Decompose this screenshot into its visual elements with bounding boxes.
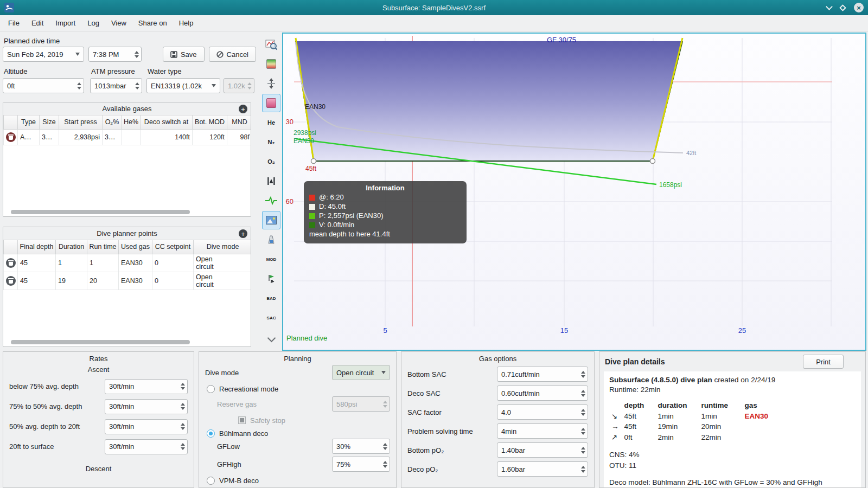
horizontal-scrollbar[interactable] [11, 340, 190, 344]
partial-pressure-he-button[interactable]: He [262, 113, 280, 132]
cancel-button[interactable]: Cancel [209, 47, 256, 62]
spinner-arrows[interactable] [578, 462, 588, 476]
ndl-tts-button[interactable] [262, 269, 280, 288]
atm-pressure-spinner[interactable]: 1013mbar [90, 78, 142, 93]
ascent-rate-spinner-4[interactable]: 30ft/min [105, 439, 188, 454]
bottom-sac-spinner[interactable]: 0.71cuft/min [497, 367, 588, 382]
point-duration-cell[interactable]: 1 [56, 254, 87, 272]
column-header-size[interactable]: Size [40, 115, 59, 129]
menu-edit[interactable]: Edit [25, 16, 49, 30]
column-header-deco-switch[interactable]: Deco switch at [141, 115, 193, 129]
heart-rate-button[interactable] [262, 191, 280, 210]
column-header-final-depth[interactable]: Final depth [18, 240, 56, 254]
point-duration-cell[interactable]: 19 [56, 272, 87, 290]
zoom-profile-button[interactable] [262, 35, 280, 54]
gflow-spinner[interactable]: 30% [332, 439, 390, 454]
tank-bar-button[interactable] [262, 172, 280, 190]
sac-button[interactable]: SAC [262, 309, 280, 327]
delete-gas-button[interactable] [6, 132, 16, 142]
column-header-bot-mod[interactable]: Bot. MOD [193, 115, 227, 129]
ascent-rate-spinner-3[interactable]: 30ft/min [105, 419, 188, 434]
mod-button[interactable]: MOD [262, 250, 280, 268]
partial-pressure-o2-button[interactable]: O₂ [262, 152, 280, 171]
point-setpoint-cell[interactable]: 0 [152, 272, 194, 290]
column-header-mnd[interactable]: MND [227, 115, 252, 129]
vpmb-deco-radio[interactable] [207, 477, 215, 485]
menu-import[interactable]: Import [49, 16, 81, 30]
add-gas-button[interactable]: + [239, 105, 247, 113]
column-header-duration[interactable]: Duration [56, 240, 87, 254]
spinner-arrows[interactable] [178, 380, 187, 394]
gas-start-press-cell[interactable]: 2,938psi [59, 129, 103, 145]
ascent-rate-spinner-2[interactable]: 30ft/min [105, 399, 188, 414]
column-header-o2[interactable]: O₂% [103, 115, 122, 129]
point-gas-cell[interactable]: EAN30 [119, 272, 152, 290]
ascent-rate-spinner-1[interactable]: 30ft/min [105, 379, 188, 394]
column-header-he[interactable]: He% [122, 115, 141, 129]
problem-solving-time-spinner[interactable]: 4min [497, 423, 588, 439]
menu-share-on[interactable]: Share on [132, 16, 173, 30]
gas-o2-cell[interactable]: 3… [103, 129, 122, 145]
calculated-ceiling-button[interactable] [262, 74, 280, 93]
dc-ceiling-button[interactable] [262, 55, 280, 73]
column-header-used-gas[interactable]: Used gas [119, 240, 152, 254]
gfhigh-spinner[interactable]: 75% [332, 457, 390, 472]
point-depth-cell[interactable]: 45 [18, 272, 56, 290]
dive-mode-select[interactable]: Open circuit [332, 365, 390, 380]
spinner-arrows[interactable] [178, 440, 187, 454]
column-header-type[interactable]: Type [18, 115, 40, 129]
point-gas-cell[interactable]: EAN30 [119, 254, 152, 272]
photos-button[interactable] [262, 211, 280, 229]
menu-help[interactable]: Help [173, 16, 200, 30]
point-dive-mode-cell[interactable]: Open circuit [194, 272, 252, 290]
water-type-select[interactable]: EN13319 (1.02k [146, 78, 220, 93]
column-header-run-time[interactable]: Run time [87, 240, 119, 254]
gas-deco-switch-cell[interactable]: 140ft [141, 129, 193, 145]
buhlmann-deco-radio[interactable] [207, 429, 215, 438]
spinner-arrows[interactable] [178, 400, 187, 414]
point-runtime-cell[interactable]: 20 [87, 272, 119, 290]
altitude-spinner[interactable]: 0ft [3, 78, 84, 93]
spinner-arrows[interactable] [578, 443, 588, 457]
point-runtime-cell[interactable]: 1 [87, 254, 119, 272]
waypoint-handle[interactable] [650, 159, 655, 164]
partial-pressure-n2-button[interactable]: N₂ [262, 133, 280, 151]
add-planner-point-button[interactable]: + [239, 229, 247, 238]
spinner-arrows[interactable] [74, 79, 84, 93]
point-dive-mode-cell[interactable]: Open circuit [194, 254, 252, 272]
ead-button[interactable]: EAD [262, 289, 280, 307]
point-depth-cell[interactable]: 45 [18, 254, 56, 272]
delete-point-button[interactable] [6, 276, 16, 286]
gas-bot-mod-cell[interactable]: 120ft [193, 129, 227, 145]
save-button[interactable]: Save [163, 47, 205, 62]
spinner-arrows[interactable] [578, 367, 588, 381]
print-button[interactable]: Print [803, 355, 844, 369]
spinner-arrows[interactable] [578, 386, 588, 400]
gas-mnd-cell[interactable]: 98f [227, 129, 252, 145]
point-setpoint-cell[interactable]: 0 [152, 254, 194, 272]
horizontal-scrollbar[interactable] [11, 210, 190, 214]
dive-time-spinner[interactable]: 7:38 PM [88, 47, 142, 62]
gas-he-cell[interactable] [122, 129, 141, 145]
delete-point-button[interactable] [6, 258, 16, 268]
gas-type-cell[interactable]: A… [18, 129, 40, 145]
collapse-toolbar-button[interactable] [262, 330, 280, 348]
close-button[interactable]: × [854, 3, 864, 12]
column-header-cc-setpoint[interactable]: CC setpoint [152, 240, 194, 254]
recreational-mode-radio[interactable] [207, 385, 215, 393]
shade-button[interactable] [827, 6, 832, 9]
spinner-arrows[interactable] [380, 457, 390, 471]
spinner-arrows[interactable] [132, 47, 141, 61]
keep-above-button[interactable] [840, 5, 845, 10]
waypoint-handle[interactable] [311, 159, 316, 164]
heatmap-button[interactable] [262, 94, 280, 112]
spinner-arrows[interactable] [578, 424, 588, 438]
gas-size-cell[interactable]: 3… [40, 129, 59, 145]
sac-factor-spinner[interactable]: 4.0 [497, 404, 588, 420]
tissues-button[interactable] [262, 230, 280, 249]
menu-file[interactable]: File [2, 16, 25, 30]
menu-log[interactable]: Log [81, 16, 105, 30]
spinner-arrows[interactable] [178, 420, 187, 434]
spinner-arrows[interactable] [578, 405, 588, 419]
deco-sac-spinner[interactable]: 0.60cuft/min [497, 386, 588, 401]
